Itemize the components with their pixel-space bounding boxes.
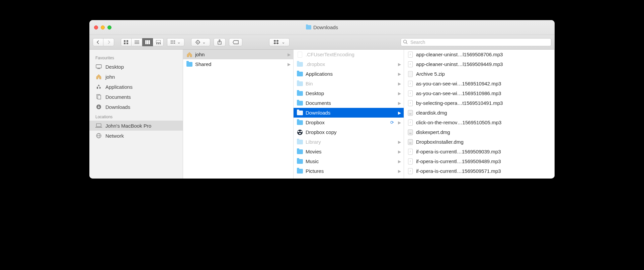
view-icon-button[interactable]	[121, 38, 132, 46]
title-text: Downloads	[313, 24, 338, 30]
list-item[interactable]: Pictures▶	[294, 166, 404, 176]
item-label: if-opera-is-currentl…1569509039.mp3	[416, 149, 552, 154]
view-list-button[interactable]	[132, 38, 142, 46]
titlebar: Downloads	[89, 20, 555, 35]
chevron-right-icon: ▶	[288, 62, 291, 67]
svg-rect-7	[145, 40, 147, 44]
sidebar-item-john-s-macbook-pro[interactable]: John's MacBook Pro	[89, 121, 183, 131]
home-icon	[186, 52, 192, 57]
downloads-icon	[95, 104, 102, 110]
audio-file-icon	[407, 52, 413, 57]
sidebar-item-documents[interactable]: Documents	[89, 92, 183, 102]
view-column-button[interactable]	[142, 38, 153, 46]
chevron-right-icon: ▶	[398, 62, 401, 67]
tags-button[interactable]	[229, 38, 242, 46]
list-item[interactable]: as-you-can-see-wi…1569510986.mp3	[404, 88, 554, 98]
search-input[interactable]	[401, 38, 551, 46]
list-item[interactable]: Desktop▶	[294, 88, 404, 98]
list-item[interactable]: click-on-the-remov…1569510505.mp3	[404, 118, 554, 127]
folder-icon	[297, 159, 303, 164]
file-icon	[297, 52, 303, 57]
list-item[interactable]: Music▶	[294, 156, 404, 166]
dmg-file-icon	[407, 139, 413, 145]
svg-rect-16	[174, 41, 175, 42]
action-button[interactable]: ⌄	[191, 38, 210, 46]
dropbox-button[interactable]: ⌄	[269, 38, 290, 46]
chevron-right-icon: ▶	[398, 101, 401, 106]
nav-group	[93, 38, 114, 46]
dmg-file-icon	[407, 130, 413, 135]
list-item[interactable]: as-you-can-see-wi…1569510942.mp3	[404, 79, 554, 88]
view-gallery-button[interactable]	[153, 38, 164, 46]
list-item[interactable]: if-opera-is-currentl…1569509039.mp3	[404, 147, 554, 156]
list-item[interactable]: diskexpert.dmg	[404, 127, 554, 137]
list-item[interactable]: Archive 5.zip	[404, 69, 554, 79]
minimize-button[interactable]	[101, 25, 105, 29]
list-item[interactable]: Documents▶	[294, 98, 404, 108]
list-item[interactable]: .dropbox▶	[294, 59, 404, 69]
list-item[interactable]: if-opera-is-currentl…1569509571.mp3	[404, 166, 554, 176]
item-label: Bin	[306, 81, 394, 86]
svg-point-21	[197, 42, 198, 43]
sidebar-item-applications[interactable]: Applications	[89, 82, 183, 92]
svg-rect-17	[171, 43, 172, 44]
sidebar-item-john[interactable]: john	[89, 72, 183, 82]
item-label: .CFUserTextEncoding	[306, 52, 401, 57]
desktop-icon	[95, 64, 102, 70]
list-item[interactable]: Downloads▶	[294, 108, 404, 118]
dropbox-icon	[297, 130, 303, 135]
sidebar-item-network[interactable]: Network	[89, 131, 183, 141]
svg-rect-2	[124, 43, 126, 44]
list-item[interactable]: Bin▶	[294, 79, 404, 88]
audio-file-icon	[407, 168, 413, 174]
audio-file-icon	[407, 159, 413, 164]
traffic-lights	[94, 25, 111, 29]
sidebar-item-desktop[interactable]: Desktop	[89, 62, 183, 72]
audio-file-icon	[407, 100, 413, 106]
list-item[interactable]: app-cleaner-uninst…l1569509449.mp3	[404, 59, 554, 69]
content-area: Favourites DesktopjohnApplicationsDocume…	[89, 50, 555, 179]
list-item[interactable]: Shared▶	[183, 59, 293, 69]
back-button[interactable]	[93, 38, 103, 46]
list-item[interactable]: app-cleaner-uninst…l1569508706.mp3	[404, 50, 554, 59]
window-title: Downloads	[306, 24, 338, 30]
list-item[interactable]: Dropbox⟳▶	[294, 118, 404, 127]
list-item[interactable]: Dropbox copy	[294, 127, 404, 137]
list-item[interactable]: Applications▶	[294, 69, 404, 79]
svg-rect-19	[174, 43, 175, 44]
list-item[interactable]: Library▶	[294, 137, 404, 147]
search-group	[401, 38, 551, 46]
zoom-button[interactable]	[107, 25, 111, 29]
list-item[interactable]: john▶	[183, 50, 293, 59]
folder-icon	[297, 100, 303, 106]
applications-icon	[95, 84, 102, 90]
close-button[interactable]	[94, 25, 98, 29]
svg-rect-35	[96, 124, 101, 127]
share-button[interactable]	[214, 38, 226, 46]
item-label: Library	[306, 139, 394, 145]
column-3[interactable]: app-cleaner-uninst…l1569508706.mp3app-cl…	[404, 50, 555, 179]
chevron-right-icon: ▶	[398, 72, 401, 76]
list-item[interactable]: by-selecting-opera…t1569510491.mp3	[404, 98, 554, 108]
svg-rect-10	[156, 40, 161, 43]
item-label: by-selecting-opera…t1569510491.mp3	[416, 100, 552, 106]
laptop-icon	[95, 123, 102, 129]
svg-rect-12	[158, 43, 159, 44]
svg-rect-41	[408, 110, 413, 116]
forward-button[interactable]	[103, 38, 114, 46]
item-label: Dropbox	[306, 120, 386, 125]
svg-rect-0	[124, 40, 126, 42]
folder-icon	[297, 139, 303, 145]
list-item[interactable]: .CFUserTextEncoding	[294, 50, 404, 59]
sidebar-item-downloads[interactable]: Downloads	[89, 102, 183, 112]
dropbox-folder-icon	[297, 120, 303, 125]
column-2[interactable]: .CFUserTextEncoding.dropbox▶Applications…	[294, 50, 404, 179]
sidebar-item-label: John's MacBook Pro	[105, 123, 151, 129]
list-item[interactable]: DropboxInstaller.dmg	[404, 137, 554, 147]
list-item[interactable]: Movies▶	[294, 147, 404, 156]
column-1[interactable]: john▶Shared▶	[183, 50, 294, 179]
svg-rect-3	[127, 43, 128, 44]
arrange-button[interactable]: ⌄	[167, 38, 184, 46]
list-item[interactable]: cleardisk.dmg	[404, 108, 554, 118]
list-item[interactable]: if-opera-is-currentl…1569509489.mp3	[404, 156, 554, 166]
